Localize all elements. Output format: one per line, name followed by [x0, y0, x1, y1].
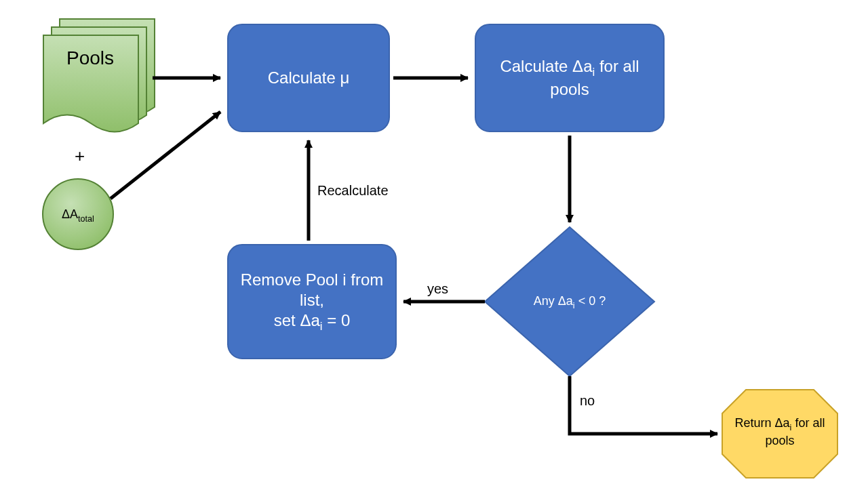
edge-no-label: no — [580, 393, 595, 409]
decision-post: < 0 ? — [575, 294, 606, 308]
edge-yes-label: yes — [427, 281, 448, 297]
remove-pool-label: Remove Pool i from list, set Δai = 0 — [238, 270, 386, 334]
calc-dai-node: Calculate Δai for all pools — [475, 24, 665, 132]
decision-pre: Any Δa — [534, 294, 573, 308]
remove-line2-post: = 0 — [323, 311, 351, 329]
calc-dai-label: Calculate Δai for all pools — [486, 56, 654, 100]
svg-layer — [0, 0, 868, 488]
decision-label: Any Δai < 0 ? — [522, 293, 617, 311]
delta-a-total-sub: total — [78, 214, 94, 224]
delta-a-total-label: ΔAtotal — [58, 207, 98, 224]
remove-pool-node: Remove Pool i from list, set Δai = 0 — [227, 244, 397, 359]
edge-recalculate-label: Recalculate — [317, 183, 389, 199]
remove-line1: Remove Pool i from list, — [241, 270, 384, 309]
delta-a-total-text: ΔA — [62, 207, 78, 221]
calc-mu-label: Calculate μ — [268, 68, 350, 88]
diagram-canvas: Pools + ΔAtotal Calculate μ Calculate Δa… — [0, 0, 868, 488]
calc-mu-node: Calculate μ — [227, 24, 390, 132]
return-pre: Return Δa — [735, 416, 790, 430]
calc-dai-line1: Calculate Δa — [500, 57, 592, 75]
pools-docs-icon — [43, 19, 155, 132]
plus-label: + — [75, 146, 85, 167]
remove-line2-pre: set Δa — [274, 311, 320, 329]
pools-label: Pools — [66, 47, 114, 69]
return-label: Return Δai for all pools — [729, 415, 831, 449]
